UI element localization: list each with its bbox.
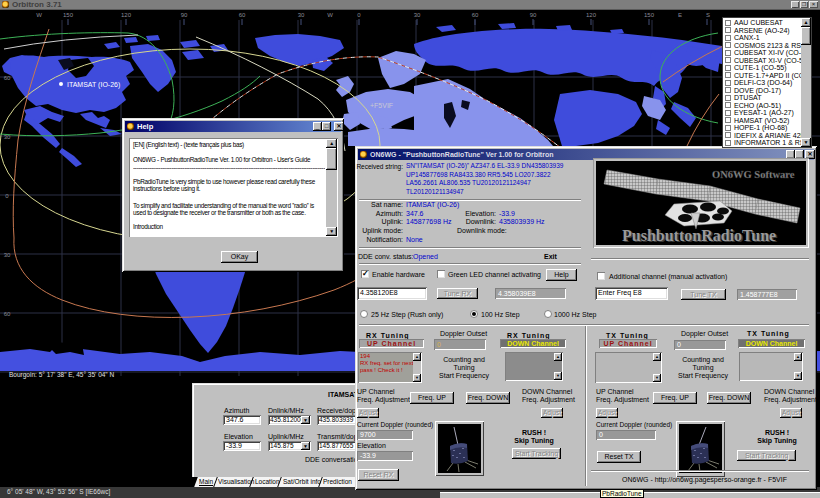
svg-text:120: 120 xyxy=(121,12,132,18)
svg-text:90: 90 xyxy=(530,12,537,18)
svg-text:60: 60 xyxy=(239,12,246,18)
svg-text:150: 150 xyxy=(644,12,655,18)
svg-text:60: 60 xyxy=(4,311,11,317)
svg-text:PushbuttonRadioTune: PushbuttonRadioTune xyxy=(622,227,776,244)
svg-text:W: W xyxy=(36,12,42,18)
svg-text:+F5VIF: +F5VIF xyxy=(370,102,393,109)
svg-text:ON6WG Software: ON6WG Software xyxy=(712,169,795,180)
svg-text:90: 90 xyxy=(181,12,188,18)
svg-text:30: 30 xyxy=(414,12,421,18)
svg-text:120: 120 xyxy=(586,12,597,18)
svg-text:Bourgoin: 5° 17' 38" E, 45° 35: Bourgoin: 5° 17' 38" E, 45° 35' 04" N xyxy=(9,371,114,379)
svg-text:S: S xyxy=(706,12,710,18)
svg-text:150: 150 xyxy=(63,12,74,18)
svg-text:60: 60 xyxy=(4,75,11,81)
svg-text:30: 30 xyxy=(4,252,11,258)
svg-text:30: 30 xyxy=(298,12,305,18)
svg-text:E: E xyxy=(678,12,682,18)
svg-text:60: 60 xyxy=(472,12,479,18)
svg-text:W: W xyxy=(327,12,333,18)
svg-text:ITAMSAT (IO-26): ITAMSAT (IO-26) xyxy=(67,81,120,89)
